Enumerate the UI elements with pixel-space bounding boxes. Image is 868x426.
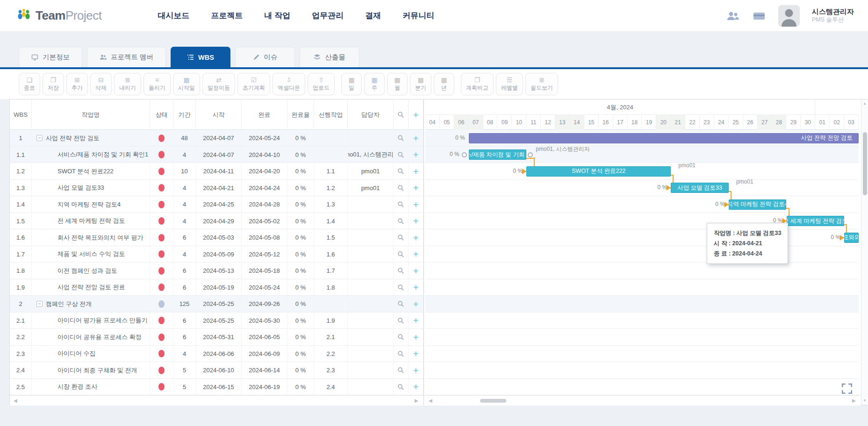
row-add-icon[interactable]: + xyxy=(409,279,423,296)
row-search-icon[interactable] xyxy=(394,196,409,213)
table-row[interactable]: 2.5시장 환경 조사52024-06-152024-06-190 %2.4+ xyxy=(10,379,423,396)
gantt-bar[interactable]: SWOT 분석 완료222 xyxy=(526,166,671,177)
user-avatar[interactable] xyxy=(778,5,800,27)
table-row[interactable]: 2.4아이디어 최종 구체화 및 전개52024-06-102024-06-14… xyxy=(10,362,423,379)
table-row[interactable]: 1−사업 전략 전망 검토482024-04-072024-05-240 %+ xyxy=(10,130,423,147)
toolbar-button[interactable]: ❏종료 xyxy=(19,73,40,95)
row-add-icon[interactable]: + xyxy=(409,196,423,213)
row-search-icon[interactable] xyxy=(394,362,409,379)
row-add-icon[interactable]: + xyxy=(409,362,423,379)
toolbar-button[interactable]: ⇄일정이동 xyxy=(202,73,235,95)
table-row[interactable]: 1.5전 세계 마케팅 전략 검토42024-04-292024-05-020 … xyxy=(10,213,423,230)
row-search-icon[interactable] xyxy=(394,263,409,279)
header-add-icon[interactable]: + xyxy=(409,99,423,130)
toolbar-button[interactable]: ≣필드보기 xyxy=(525,73,558,95)
row-search-icon[interactable] xyxy=(394,279,409,296)
row-add-icon[interactable]: + xyxy=(409,263,423,279)
table-row[interactable]: 2.1아이디어 평가용 프로세스 만들기62024-05-252024-05-3… xyxy=(10,312,423,329)
toolbar-button[interactable]: ▦년 xyxy=(434,73,454,95)
row-add-icon[interactable]: + xyxy=(409,213,423,230)
row-add-icon[interactable]: + xyxy=(409,346,423,362)
row-search-icon[interactable] xyxy=(394,130,409,147)
collapse-icon[interactable]: − xyxy=(36,301,43,307)
vscroll-thumb[interactable] xyxy=(863,132,867,195)
gantt-bar[interactable]: 사업 모델 검토33 xyxy=(671,183,729,193)
row-search-icon[interactable] xyxy=(394,379,409,396)
table-row[interactable]: 1.4지역 마케팅 전략 검토442024-04-252024-04-280 %… xyxy=(10,196,423,213)
toolbar-button[interactable]: ⊞추가 xyxy=(66,73,88,95)
toolbar-button[interactable]: ▦주 xyxy=(364,73,385,95)
table-scroll-right-icon[interactable]: ▶ xyxy=(415,398,418,403)
tab-4[interactable]: 이슈 xyxy=(235,47,295,67)
tab-5[interactable]: 산출물 xyxy=(300,47,359,67)
gantt-hscrollbar[interactable]: ◀ ▶ xyxy=(424,395,861,405)
tab-3[interactable]: WBS xyxy=(171,47,230,67)
row-search-icon[interactable] xyxy=(394,163,409,180)
row-add-icon[interactable]: + xyxy=(409,180,423,197)
row-search-icon[interactable] xyxy=(394,147,409,163)
table-row[interactable]: 1.7제품 및 서비스 수익 검토42024-05-092024-05-120 … xyxy=(10,246,423,263)
toolbar-button[interactable]: ▦월 xyxy=(387,73,408,95)
row-search-icon[interactable] xyxy=(394,229,409,246)
gantt-scroll-right-icon[interactable]: ▶ xyxy=(852,398,856,403)
header-search-icon[interactable] xyxy=(394,99,409,130)
gantt-bar[interactable]: 사업 전략 전망 검토 xyxy=(469,133,859,143)
toolbar-button[interactable]: ❐계획비교 xyxy=(461,73,494,95)
members-shortcut-icon[interactable] xyxy=(726,10,740,21)
table-row[interactable]: 1.3사업 모델 검토3342024-04-212024-04-240 %1.2… xyxy=(10,180,423,197)
nav-item-3[interactable]: 내 작업 xyxy=(264,10,290,21)
toolbar-button[interactable]: ▦분기 xyxy=(410,73,431,95)
toolbar-button[interactable]: ⇩엑셀다운 xyxy=(273,73,305,95)
tab-1[interactable]: 기본정보 xyxy=(19,47,82,67)
vscroll-up-icon[interactable]: ▲ xyxy=(863,101,867,106)
row-add-icon[interactable]: + xyxy=(409,147,423,163)
nav-item-6[interactable]: 커뮤니티 xyxy=(402,10,434,21)
table-row[interactable]: 1.9사업 전략 전망 검토 완료62024-05-192024-05-240 … xyxy=(10,279,423,296)
row-add-icon[interactable]: + xyxy=(409,246,423,263)
gantt-hscroll-thumb[interactable] xyxy=(480,399,506,403)
row-search-icon[interactable] xyxy=(394,213,409,230)
user-name[interactable]: 시스템관리자 xyxy=(812,7,854,16)
table-hscrollbar[interactable]: ◀ ▶ xyxy=(10,395,423,405)
row-search-icon[interactable] xyxy=(394,312,409,329)
gantt-bar[interactable]: 서비스/제품 차이점 및 기회 확인1 xyxy=(469,149,527,160)
toolbar-button[interactable]: ≡올리기 xyxy=(143,73,171,95)
table-row[interactable]: 1.2SWOT 분석 완료222102024-04-112024-04-200 … xyxy=(10,163,423,180)
table-row[interactable]: 2.3아이디어 수집42024-06-062024-06-090 %2.2+ xyxy=(10,346,423,362)
table-row[interactable]: 1.6회사 전략 목표와의치 여부 평가62024-05-032024-05-0… xyxy=(10,229,423,246)
vscroll-down-icon[interactable]: ▼ xyxy=(863,398,867,403)
toolbar-button[interactable]: ☑초기계획 xyxy=(237,73,270,95)
nav-item-2[interactable]: 프로젝트 xyxy=(211,10,243,21)
toolbar-button[interactable]: ⊟삭제 xyxy=(90,73,112,95)
fullscreen-icon[interactable] xyxy=(841,383,853,395)
toolbar-button[interactable]: ▦시작일 xyxy=(173,73,200,95)
gantt-bar[interactable]: 지역 마케팅 전략 검토4 xyxy=(729,199,787,210)
table-row[interactable]: 2.2아이디어 공유용 프로세스 확정62024-05-312024-06-05… xyxy=(10,329,423,346)
row-search-icon[interactable] xyxy=(394,296,409,312)
row-add-icon[interactable]: + xyxy=(409,312,423,329)
row-add-icon[interactable]: + xyxy=(409,229,423,246)
table-row[interactable]: 1.1서비스/제품 차이점 및 기회 확인142024-04-072024-04… xyxy=(10,147,423,163)
nav-item-5[interactable]: 결재 xyxy=(365,10,381,21)
app-logo[interactable]: TeamProject xyxy=(16,8,101,24)
tab-2[interactable]: 프로젝트 멤버 xyxy=(87,47,166,67)
toolbar-button[interactable]: ☰레벨별 xyxy=(496,73,523,95)
row-add-icon[interactable]: + xyxy=(409,163,423,180)
gantt-scroll-left-icon[interactable]: ◀ xyxy=(429,398,432,403)
card-shortcut-icon[interactable] xyxy=(752,10,766,21)
row-add-icon[interactable]: + xyxy=(409,329,423,346)
toolbar-button[interactable]: ▦일 xyxy=(341,73,362,95)
row-add-icon[interactable]: + xyxy=(409,130,423,147)
gantt-bar[interactable]: 전 세계 마케팅 전략 검토 xyxy=(787,216,845,226)
row-search-icon[interactable] xyxy=(394,246,409,263)
nav-item-4[interactable]: 업무관리 xyxy=(312,10,344,21)
row-search-icon[interactable] xyxy=(394,346,409,362)
toolbar-button[interactable]: ⇧업로드 xyxy=(308,73,335,95)
table-row[interactable]: 1.8이전 캠페인 성과 검토62024-05-132024-05-180 %1… xyxy=(10,263,423,279)
row-add-icon[interactable]: + xyxy=(409,296,423,312)
table-scroll-left-icon[interactable]: ◀ xyxy=(14,398,17,403)
gantt-vscrollbar[interactable]: ▲ ▼ xyxy=(861,99,868,405)
row-search-icon[interactable] xyxy=(394,329,409,346)
collapse-icon[interactable]: − xyxy=(36,135,43,141)
gantt-bar[interactable]: 회사 전략 목표와의치 여부 평가 xyxy=(844,233,859,243)
